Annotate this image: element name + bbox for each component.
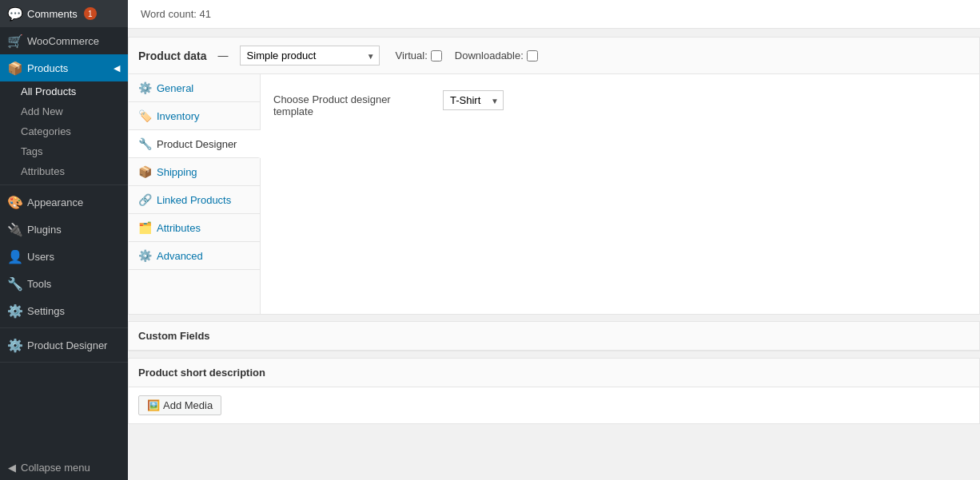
tab-inventory-label: Inventory: [157, 110, 199, 122]
add-media-label: Add Media: [163, 399, 213, 411]
tab-product-designer[interactable]: 🔧 Product Designer: [129, 130, 261, 158]
virtual-checkbox[interactable]: [431, 50, 442, 61]
tab-shipping[interactable]: 📦 Shipping: [129, 158, 260, 186]
sidebar-sub-add-new[interactable]: Add New: [0, 101, 128, 121]
custom-fields-section: Custom Fields: [128, 321, 980, 351]
products-arrow: ◀: [114, 63, 120, 73]
word-count-label: Word count:: [141, 8, 197, 20]
tab-linked-products-label: Linked Products: [157, 194, 231, 206]
plugins-icon: 🔌: [8, 222, 22, 236]
tab-shipping-label: Shipping: [157, 166, 197, 178]
downloadable-checkbox[interactable]: [527, 50, 538, 61]
template-select[interactable]: T-ShirtMugHoodieCap: [443, 90, 504, 110]
product-type-select[interactable]: Simple productGrouped productExternal/Af…: [240, 46, 380, 65]
sidebar-collapse-menu[interactable]: ◀ Collapse menu: [0, 455, 128, 480]
tab-advanced-label: Advanced: [157, 250, 203, 262]
tab-linked-products[interactable]: 🔗 Linked Products: [129, 186, 260, 214]
word-count-bar: Word count: 41: [128, 0, 980, 29]
sidebar-item-label: Comments: [27, 8, 78, 20]
tools-icon: 🔧: [8, 276, 22, 291]
sidebar-item-label: Tools: [27, 278, 51, 290]
sidebar-item-tools[interactable]: 🔧 Tools: [0, 270, 128, 297]
word-count-value: 41: [199, 8, 210, 20]
appearance-icon: 🎨: [8, 195, 22, 209]
template-field-label: Choose Product designer template: [273, 90, 433, 117]
product-data-tabs: ⚙️ General 🏷️ Inventory 🔧 Product Design…: [129, 74, 261, 314]
inventory-tab-icon: 🏷️: [138, 109, 151, 122]
sidebar-item-product-designer[interactable]: ⚙️ Product Designer: [0, 331, 128, 359]
linked-products-tab-icon: 🔗: [138, 193, 151, 206]
product-designer-icon: ⚙️: [8, 338, 22, 352]
add-media-button[interactable]: 🖼️ Add Media: [138, 395, 221, 415]
collapse-icon: ◀: [8, 462, 16, 474]
sidebar-item-label: WooCommerce: [27, 35, 99, 47]
template-field-value: T-ShirtMugHoodieCap: [443, 90, 966, 110]
comments-icon: 💬: [8, 6, 22, 21]
general-tab-icon: ⚙️: [138, 81, 151, 94]
sidebar: 💬 Comments 1 🛒 WooCommerce 📦 Products ◀ …: [0, 0, 128, 480]
advanced-tab-icon: ⚙️: [138, 249, 151, 262]
sidebar-sub-categories[interactable]: Categories: [0, 121, 128, 141]
sidebar-item-comments[interactable]: 💬 Comments 1: [0, 0, 128, 27]
tab-attributes-label: Attributes: [157, 222, 201, 234]
users-icon: 👤: [8, 249, 22, 264]
template-field-row: Choose Product designer template T-Shirt…: [273, 90, 966, 117]
short-description-body: 🖼️ Add Media: [129, 387, 979, 423]
product-designer-tab-icon: 🔧: [138, 137, 151, 150]
attributes-tab-icon: 🗂️: [138, 221, 151, 234]
sidebar-item-label: Settings: [27, 305, 65, 317]
checkbox-group: Virtual: Downloadable:: [396, 50, 538, 61]
template-select-wrapper: T-ShirtMugHoodieCap: [443, 90, 504, 110]
sidebar-sub-all-products[interactable]: All Products: [0, 81, 128, 101]
product-data-body: ⚙️ General 🏷️ Inventory 🔧 Product Design…: [129, 74, 979, 314]
sidebar-item-label: Plugins: [27, 224, 62, 236]
sidebar-item-label: Users: [27, 251, 54, 263]
woocommerce-icon: 🛒: [8, 34, 22, 48]
product-data-dash: —: [218, 50, 229, 61]
short-description-section: Product short description 🖼️ Add Media: [128, 358, 980, 424]
sidebar-item-users[interactable]: 👤 Users: [0, 243, 128, 270]
short-description-header: Product short description: [129, 359, 979, 387]
collapse-label: Collapse menu: [21, 462, 90, 474]
sidebar-item-settings[interactable]: ⚙️ Settings: [0, 297, 128, 324]
sidebar-item-label: Appearance: [27, 196, 83, 208]
downloadable-label: Downloadable:: [455, 50, 524, 61]
tab-general[interactable]: ⚙️ General: [129, 74, 260, 102]
sidebar-item-appearance[interactable]: 🎨 Appearance: [0, 188, 128, 216]
sidebar-item-label: Product Designer: [27, 339, 107, 351]
product-data-header: Product data — Simple productGrouped pro…: [129, 38, 979, 74]
sidebar-sub-tags[interactable]: Tags: [0, 141, 128, 161]
virtual-checkbox-label: Virtual:: [396, 50, 442, 61]
custom-fields-header[interactable]: Custom Fields: [129, 322, 979, 351]
sidebar-item-woocommerce[interactable]: 🛒 WooCommerce: [0, 27, 128, 54]
comments-badge: 1: [84, 7, 97, 20]
products-icon: 📦: [8, 61, 22, 75]
product-type-wrapper: Simple productGrouped productExternal/Af…: [240, 46, 380, 65]
tab-product-designer-label: Product Designer: [157, 138, 237, 150]
sidebar-item-products[interactable]: 📦 Products ◀: [0, 54, 128, 81]
tab-advanced[interactable]: ⚙️ Advanced: [129, 242, 260, 270]
sidebar-item-plugins[interactable]: 🔌 Plugins: [0, 216, 128, 243]
tab-general-label: General: [157, 82, 193, 94]
product-data-panel: Choose Product designer template T-Shirt…: [261, 74, 979, 314]
product-data-section: Product data — Simple productGrouped pro…: [128, 37, 980, 315]
sidebar-sub-attributes[interactable]: Attributes: [0, 161, 128, 181]
product-data-title: Product data: [138, 50, 207, 62]
downloadable-checkbox-label: Downloadable:: [455, 50, 538, 61]
sidebar-divider-3: [0, 362, 128, 363]
main-content: Word count: 41 Product data — Simple pro…: [128, 0, 980, 480]
settings-icon: ⚙️: [8, 303, 22, 318]
tab-attributes[interactable]: 🗂️ Attributes: [129, 214, 260, 242]
shipping-tab-icon: 📦: [138, 165, 151, 178]
tab-inventory[interactable]: 🏷️ Inventory: [129, 102, 260, 130]
virtual-label: Virtual:: [396, 50, 428, 61]
sidebar-divider-2: [0, 327, 128, 328]
sidebar-divider-1: [0, 184, 128, 185]
add-media-icon: 🖼️: [147, 399, 160, 411]
sidebar-item-label: Products: [27, 62, 68, 74]
